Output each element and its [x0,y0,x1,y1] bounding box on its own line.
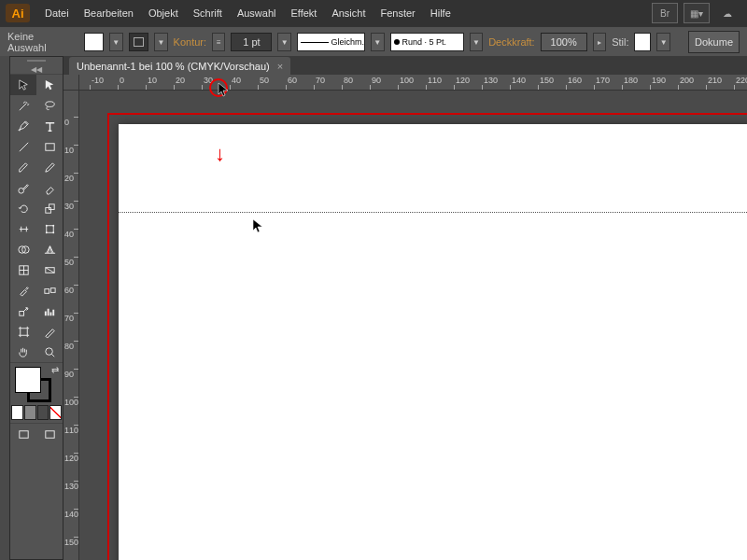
none-color-swatch[interactable] [49,405,62,420]
fill-swatch[interactable] [84,33,105,51]
color-mode-row [10,404,63,423]
menu-datei[interactable]: Datei [37,4,77,22]
zoom-tool[interactable] [36,342,63,362]
color-mode-swatch[interactable] [37,405,49,420]
pencil-tool[interactable] [36,157,63,177]
style-dropdown[interactable]: ▼ [656,33,669,51]
scale-tool[interactable] [36,198,63,218]
pen-tool[interactable] [10,116,36,136]
stroke-profile-select[interactable]: Gleichm. [297,33,365,51]
direct-selection-tool[interactable] [36,75,63,95]
menu-auswahl[interactable]: Auswahl [230,4,284,22]
app-logo: Ai [6,4,30,22]
opacity-input[interactable] [541,33,587,51]
blend-tool[interactable] [36,280,63,301]
column-graph-tool[interactable] [36,301,63,321]
type-tool[interactable] [36,116,63,136]
horizontal-ruler[interactable]: -100102030405060708090100110120130140150… [78,75,747,91]
screen-mode-normal[interactable] [10,424,36,444]
artboard-tool[interactable] [10,321,36,342]
bridge-button[interactable]: Br [652,3,678,23]
width-tool[interactable] [10,218,36,239]
panel-grip[interactable] [10,57,63,64]
document-tab[interactable]: Unbenannt-1 bei 100 % (CMYK/Vorschau) × [69,57,290,75]
sync-icon[interactable]: ☁ [715,4,740,22]
svg-point-8 [45,231,47,233]
stroke-profile-dropdown[interactable]: ▼ [371,33,384,51]
horizontal-guide[interactable] [119,212,747,213]
svg-rect-14 [44,288,49,293]
fill-dropdown[interactable]: ▼ [109,33,122,51]
brush-dropdown[interactable]: ▼ [470,33,483,51]
tools-panel: ◀◀ ⇄ [9,56,63,560]
hand-tool[interactable] [10,342,36,362]
slice-tool[interactable] [36,321,63,342]
stroke-weight-input[interactable] [231,33,272,51]
svg-point-0 [45,101,53,106]
svg-rect-1 [45,143,53,150]
document-tab-title: Unbenannt-1 bei 100 % (CMYK/Vorschau) [77,61,270,72]
ruler-cursor-icon [218,82,231,100]
menu-effekt[interactable]: Effekt [283,4,324,22]
menubar: Ai DateiBearbeitenObjektSchriftAuswahlEf… [0,0,747,26]
brush-select[interactable]: Rund · 5 Pt. [390,33,464,51]
svg-rect-4 [49,203,54,209]
menu-hilfe[interactable]: Hilfe [423,4,458,22]
stroke-swatch[interactable] [129,33,149,51]
stroke-dropdown[interactable]: ▼ [154,33,167,51]
svg-rect-20 [45,430,53,438]
stroke-weight-dropdown[interactable]: ▼ [277,33,290,51]
color-mode-swatch[interactable] [24,405,36,420]
free-transform-tool[interactable] [36,218,63,239]
svg-point-18 [45,347,52,355]
document-setup-button[interactable]: Dokume [688,31,740,53]
gradient-tool[interactable] [36,259,63,280]
lasso-tool[interactable] [36,95,63,116]
brush-label: Rund · 5 Pt. [402,37,447,47]
rotate-tool[interactable] [10,198,36,218]
svg-point-7 [52,224,54,226]
stroke-label: Kontur: [174,36,206,48]
close-tab-button[interactable]: × [277,61,283,72]
svg-rect-16 [19,311,23,315]
panel-collapse-toggle[interactable]: ◀◀ [10,64,63,75]
cursor-icon [252,218,265,236]
eyedropper-tool[interactable] [10,280,36,301]
canvas[interactable]: ↓ [79,91,747,560]
magic-wand-tool[interactable] [10,95,36,116]
fill-stroke-control[interactable]: ⇄ [10,363,63,404]
fill-color[interactable] [15,367,41,393]
opacity-label: Deckkraft: [488,36,535,48]
selection-tool[interactable] [10,75,36,95]
menu-schrift[interactable]: Schrift [186,4,230,22]
svg-rect-15 [50,287,55,292]
style-swatch[interactable] [634,33,651,51]
swap-fill-stroke-icon[interactable]: ⇄ [51,365,59,375]
menu-fenster[interactable]: Fenster [373,4,422,22]
perspective-grid-tool[interactable] [36,239,63,259]
blob-brush-tool[interactable] [10,177,36,198]
paintbrush-tool[interactable] [10,157,36,177]
line-tool[interactable] [10,136,36,157]
svg-point-6 [45,224,47,226]
selection-status: Keine Auswahl [7,31,67,53]
svg-rect-3 [45,207,50,213]
mesh-tool[interactable] [10,259,36,280]
color-mode-swatch[interactable] [11,405,23,420]
annotation-arrow-icon: ↓ [215,142,225,166]
arrange-documents-button[interactable]: ▦▾ [684,3,710,23]
menu-ansicht[interactable]: Ansicht [324,4,373,22]
rectangle-tool[interactable] [36,136,63,157]
vertical-ruler[interactable]: 0102030405060708090100110120130140150160… [63,91,79,560]
screen-mode-full[interactable] [36,424,63,444]
shape-builder-tool[interactable] [10,239,36,259]
menu-bearbeiten[interactable]: Bearbeiten [77,4,141,22]
symbol-sprayer-tool[interactable] [10,301,36,321]
eraser-tool[interactable] [36,177,63,198]
document-tabbar: Unbenannt-1 bei 100 % (CMYK/Vorschau) × [63,56,747,75]
ruler-origin[interactable] [63,75,79,91]
menu-objekt[interactable]: Objekt [141,4,186,22]
artboard[interactable] [119,124,747,560]
opacity-dropdown[interactable]: ▸ [593,33,606,51]
stroke-weight-link[interactable]: ≡ [212,33,225,51]
